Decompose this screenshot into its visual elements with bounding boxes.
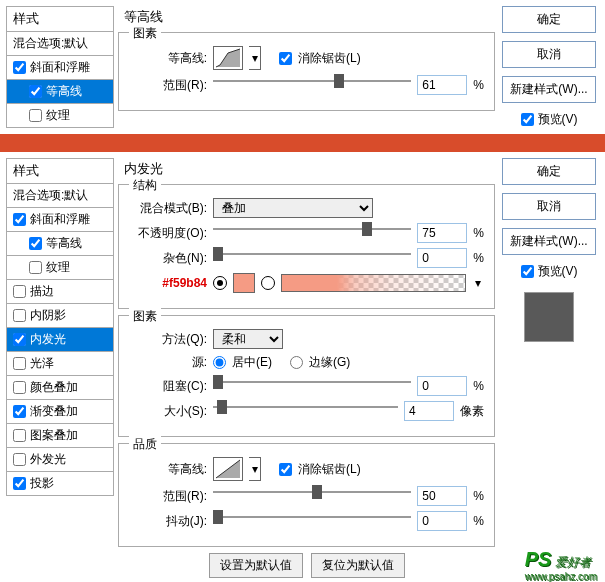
- quality-fieldset: 品质 等高线: ▾ 消除锯齿(L) 范围(R): % 抖动(J): %: [118, 443, 495, 547]
- style-bevel[interactable]: 斜面和浮雕: [6, 56, 114, 80]
- style-bevel-2[interactable]: 斜面和浮雕: [6, 208, 114, 232]
- antialias-label: 消除锯齿(L): [298, 50, 361, 67]
- color-callout: #f59b84: [129, 276, 207, 290]
- style-color-overlay[interactable]: 颜色叠加: [6, 376, 114, 400]
- q-range-input[interactable]: [417, 486, 467, 506]
- contour-picker[interactable]: [213, 46, 243, 70]
- styles-header-2: 样式: [6, 158, 114, 184]
- choke-slider[interactable]: [213, 382, 411, 396]
- jitter-input[interactable]: [417, 511, 467, 531]
- cancel-button[interactable]: 取消: [502, 41, 596, 68]
- style-grad-overlay[interactable]: 渐变叠加: [6, 400, 114, 424]
- top-panel: 样式 混合选项:默认 斜面和浮雕 等高线 纹理 等高线 图素 等高线: ▾ 消除…: [0, 0, 605, 134]
- pattern-fieldset: 图素 等高线: ▾ 消除锯齿(L) 范围(R): %: [118, 32, 495, 111]
- opacity-slider[interactable]: [213, 229, 411, 243]
- range-label: 范围(R):: [129, 77, 207, 94]
- blend-options-item-2[interactable]: 混合选项:默认: [6, 184, 114, 208]
- panel-heading-2: 内发光: [118, 158, 495, 180]
- style-pattern-overlay[interactable]: 图案叠加: [6, 424, 114, 448]
- ok-button-2[interactable]: 确定: [502, 158, 596, 185]
- antialias-check[interactable]: [279, 52, 292, 65]
- blendmode-label: 混合模式(B):: [129, 200, 207, 217]
- source-edge-radio[interactable]: [290, 356, 303, 369]
- pattern-fieldset-2: 图素 方法(Q): 柔和 源: 居中(E) 边缘(G) 阻塞(C): % 大小(…: [118, 315, 495, 437]
- footer-buttons: 设置为默认值 复位为默认值: [118, 553, 495, 578]
- jitter-slider[interactable]: [213, 517, 411, 531]
- q-range-slider[interactable]: [213, 492, 411, 506]
- choke-input[interactable]: [417, 376, 467, 396]
- noise-label: 杂色(N):: [129, 250, 207, 267]
- noise-slider[interactable]: [213, 254, 411, 268]
- preview-swatch: [524, 292, 574, 342]
- q-range-label: 范围(R):: [129, 488, 207, 505]
- styles-list: 样式 混合选项:默认 斜面和浮雕 等高线 纹理: [6, 6, 114, 128]
- opacity-label: 不透明度(O):: [129, 225, 207, 242]
- q-antialias-check[interactable]: [279, 463, 292, 476]
- source-center-radio[interactable]: [213, 356, 226, 369]
- style-texture[interactable]: 纹理: [6, 104, 114, 128]
- style-inner-glow[interactable]: 内发光: [6, 328, 114, 352]
- range-input[interactable]: [417, 75, 467, 95]
- new-style-button-2[interactable]: 新建样式(W)...: [502, 228, 596, 255]
- jitter-label: 抖动(J):: [129, 513, 207, 530]
- reset-default-button[interactable]: 复位为默认值: [311, 553, 405, 578]
- choke-label: 阻塞(C):: [129, 378, 207, 395]
- contour-label: 等高线:: [129, 50, 207, 67]
- ok-button[interactable]: 确定: [502, 6, 596, 33]
- styles-list-2: 样式 混合选项:默认 斜面和浮雕 等高线 纹理 描边 内阴影 内发光 光泽 颜色…: [6, 158, 114, 578]
- structure-fieldset: 结构 混合模式(B): 叠加 不透明度(O): % 杂色(N): % #f59b…: [118, 184, 495, 309]
- style-inner-shadow[interactable]: 内阴影: [6, 304, 114, 328]
- center-panel: 等高线 图素 等高线: ▾ 消除锯齿(L) 范围(R): %: [118, 6, 495, 128]
- new-style-button[interactable]: 新建样式(W)...: [502, 76, 596, 103]
- preview-check[interactable]: [521, 113, 534, 126]
- method-label: 方法(Q):: [129, 331, 207, 348]
- contour-check[interactable]: [29, 85, 42, 98]
- range-slider[interactable]: [213, 81, 411, 95]
- style-outer-glow[interactable]: 外发光: [6, 448, 114, 472]
- center-panel-2: 内发光 结构 混合模式(B): 叠加 不透明度(O): % 杂色(N): % #…: [118, 158, 495, 578]
- contour-dropdown[interactable]: ▾: [249, 46, 261, 70]
- set-default-button[interactable]: 设置为默认值: [209, 553, 303, 578]
- right-buttons-2: 确定 取消 新建样式(W)... 预览(V): [499, 158, 599, 578]
- size-input[interactable]: [404, 401, 454, 421]
- gradient-picker[interactable]: [281, 274, 466, 292]
- style-drop-shadow[interactable]: 投影: [6, 472, 114, 496]
- gradient-dd[interactable]: ▾: [472, 276, 484, 290]
- q-contour-dd[interactable]: ▾: [249, 457, 261, 481]
- style-contour[interactable]: 等高线: [6, 80, 114, 104]
- opacity-input[interactable]: [417, 223, 467, 243]
- style-texture-2[interactable]: 纹理: [6, 256, 114, 280]
- texture-check[interactable]: [29, 109, 42, 122]
- watermark: PS 爱好者 www.psahz.com: [525, 548, 597, 582]
- styles-header: 样式: [6, 6, 114, 32]
- size-label: 大小(S):: [129, 403, 207, 420]
- size-slider[interactable]: [213, 407, 398, 421]
- gradient-radio[interactable]: [261, 276, 275, 290]
- divider: [0, 134, 605, 152]
- blend-options-item[interactable]: 混合选项:默认: [6, 32, 114, 56]
- blendmode-select[interactable]: 叠加: [213, 198, 373, 218]
- cancel-button-2[interactable]: 取消: [502, 193, 596, 220]
- color-radio[interactable]: [213, 276, 227, 290]
- legend: 图素: [129, 25, 161, 42]
- method-select[interactable]: 柔和: [213, 329, 283, 349]
- bottom-panel: 样式 混合选项:默认 斜面和浮雕 等高线 纹理 描边 内阴影 内发光 光泽 颜色…: [0, 152, 605, 582]
- style-stroke[interactable]: 描边: [6, 280, 114, 304]
- q-contour-picker[interactable]: [213, 457, 243, 481]
- style-contour-2[interactable]: 等高线: [6, 232, 114, 256]
- style-gloss[interactable]: 光泽: [6, 352, 114, 376]
- q-contour-label: 等高线:: [129, 461, 207, 478]
- color-swatch[interactable]: [233, 273, 255, 293]
- right-buttons: 确定 取消 新建样式(W)... 预览(V): [499, 6, 599, 128]
- noise-input[interactable]: [417, 248, 467, 268]
- source-label: 源:: [129, 354, 207, 371]
- bevel-check[interactable]: [13, 61, 26, 74]
- panel-heading: 等高线: [118, 6, 495, 28]
- preview-check-2[interactable]: [521, 265, 534, 278]
